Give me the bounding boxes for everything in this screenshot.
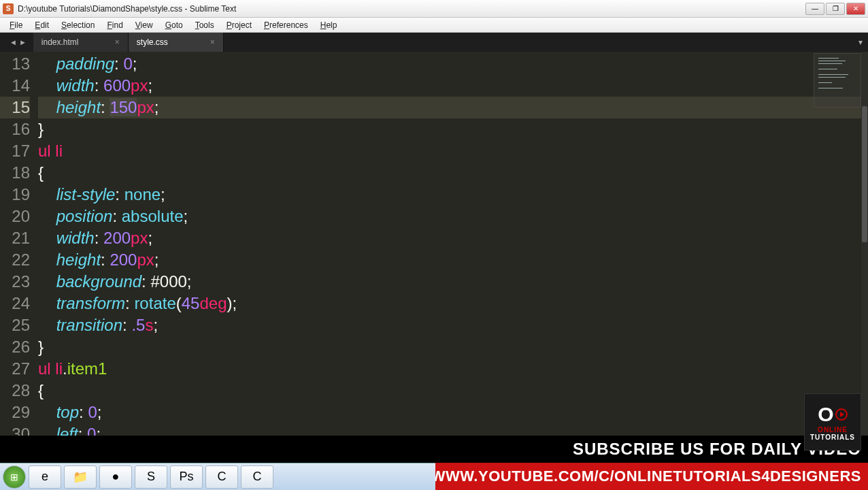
line-number: 19 bbox=[0, 184, 30, 206]
menu-help[interactable]: Help bbox=[315, 19, 343, 31]
code-line[interactable]: height: 150px; bbox=[38, 97, 868, 118]
line-number: 22 bbox=[0, 249, 30, 271]
menu-bar: FileEditSelectionFindViewGotoToolsProjec… bbox=[0, 18, 868, 33]
menu-edit[interactable]: Edit bbox=[29, 19, 54, 31]
subscribe-banner: SUBSCRIBE US FOR DAILY VIDEO bbox=[0, 436, 868, 463]
code-line[interactable]: width: 200px; bbox=[38, 227, 868, 249]
line-number: 26 bbox=[0, 336, 30, 358]
code-line[interactable]: { bbox=[38, 380, 868, 402]
line-number: 27 bbox=[0, 358, 30, 380]
taskbar-button-3[interactable]: ● bbox=[99, 466, 132, 489]
app-icon: S bbox=[3, 3, 14, 14]
tab-nav-arrows[interactable]: ◄ ► bbox=[3, 38, 33, 46]
tab-close-icon[interactable]: × bbox=[197, 37, 215, 47]
line-number: 16 bbox=[0, 118, 30, 140]
window-title: D:\youtube Tutorials\DiamondShape\style.… bbox=[18, 4, 804, 14]
code-line[interactable]: top: 0; bbox=[38, 402, 868, 423]
taskbar-button-2[interactable]: 📁 bbox=[64, 466, 97, 489]
menu-goto[interactable]: Goto bbox=[160, 19, 188, 31]
taskbar-button-4[interactable]: S bbox=[135, 466, 167, 489]
line-number: 25 bbox=[0, 314, 30, 336]
tab-label: index.html bbox=[41, 37, 79, 47]
minimap[interactable] bbox=[814, 53, 861, 108]
badge-tutorials-text: TUTORIALS bbox=[810, 434, 855, 441]
code-line[interactable]: position: absolute; bbox=[38, 206, 868, 227]
taskbar-button-6[interactable]: C bbox=[205, 466, 238, 489]
line-number-gutter: 131415161718192021222324252627282930 bbox=[0, 52, 38, 452]
code-line[interactable]: transform: rotate(45deg); bbox=[38, 293, 868, 314]
line-number: 28 bbox=[0, 380, 30, 402]
line-number: 15 bbox=[0, 97, 30, 118]
window-controls: — ❐ ✕ bbox=[804, 3, 865, 15]
channel-url-banner: HTTP://WWW.YOUTUBE.COM/C/ONLINETUTORIALS… bbox=[369, 463, 868, 490]
code-line[interactable]: { bbox=[38, 162, 868, 184]
title-bar: S D:\youtube Tutorials\DiamondShape\styl… bbox=[0, 0, 868, 18]
close-button[interactable]: ✕ bbox=[846, 3, 865, 15]
line-number: 17 bbox=[0, 140, 30, 162]
code-line[interactable]: } bbox=[38, 118, 868, 140]
menu-preferences[interactable]: Preferences bbox=[258, 19, 314, 31]
taskbar-button-1[interactable]: e bbox=[29, 466, 61, 489]
maximize-button[interactable]: ❐ bbox=[826, 3, 845, 15]
line-number: 13 bbox=[0, 53, 30, 75]
taskbar-button-0[interactable]: ⊞ bbox=[3, 466, 26, 489]
tab-overflow-button[interactable]: ▾ bbox=[858, 37, 863, 47]
badge-letter-o: O bbox=[818, 403, 833, 426]
line-number: 14 bbox=[0, 75, 30, 97]
line-number: 29 bbox=[0, 402, 30, 423]
tab-style-css[interactable]: style.css× bbox=[129, 33, 224, 52]
code-line[interactable]: } bbox=[38, 336, 868, 358]
scrollbar-thumb[interactable] bbox=[862, 106, 867, 242]
code-line[interactable]: padding: 0; bbox=[38, 53, 868, 75]
tab-close-icon[interactable]: × bbox=[101, 37, 120, 47]
line-number: 21 bbox=[0, 227, 30, 249]
tab-label: style.css bbox=[137, 37, 168, 47]
channel-badge: OOT ONLINE TUTORIALS bbox=[804, 393, 861, 451]
menu-selection[interactable]: Selection bbox=[56, 19, 100, 31]
taskbar: ⊞e📁●SPsCC bbox=[0, 463, 435, 490]
code-line[interactable]: list-style: none; bbox=[38, 184, 868, 206]
code-line[interactable]: ul li.item1 bbox=[38, 358, 868, 380]
code-line[interactable]: background: #000; bbox=[38, 271, 868, 293]
code-line[interactable]: height: 200px; bbox=[38, 249, 868, 271]
menu-file[interactable]: File bbox=[4, 19, 28, 31]
code-line[interactable]: ul li bbox=[38, 140, 868, 162]
badge-online-text: ONLINE bbox=[818, 426, 848, 434]
menu-project[interactable]: Project bbox=[221, 19, 257, 31]
play-icon bbox=[835, 408, 848, 421]
vertical-scrollbar[interactable] bbox=[861, 52, 868, 452]
menu-tools[interactable]: Tools bbox=[190, 19, 220, 31]
line-number: 23 bbox=[0, 271, 30, 293]
menu-find[interactable]: Find bbox=[101, 19, 128, 31]
line-number: 18 bbox=[0, 162, 30, 184]
menu-view[interactable]: View bbox=[130, 19, 158, 31]
minimize-button[interactable]: — bbox=[805, 3, 824, 15]
code-line[interactable]: transition: .5s; bbox=[38, 314, 868, 336]
taskbar-button-5[interactable]: Ps bbox=[170, 466, 203, 489]
line-number: 20 bbox=[0, 206, 30, 227]
code-line[interactable]: width: 600px; bbox=[38, 75, 868, 97]
taskbar-button-7[interactable]: C bbox=[241, 466, 273, 489]
code-area[interactable]: padding: 0; width: 600px; height: 150px;… bbox=[38, 52, 868, 452]
editor: 131415161718192021222324252627282930 pad… bbox=[0, 52, 868, 452]
tab-index-html[interactable]: index.html× bbox=[33, 33, 129, 52]
tab-row: ◄ ► index.html×style.css× ▾ bbox=[0, 33, 868, 52]
line-number: 24 bbox=[0, 293, 30, 314]
